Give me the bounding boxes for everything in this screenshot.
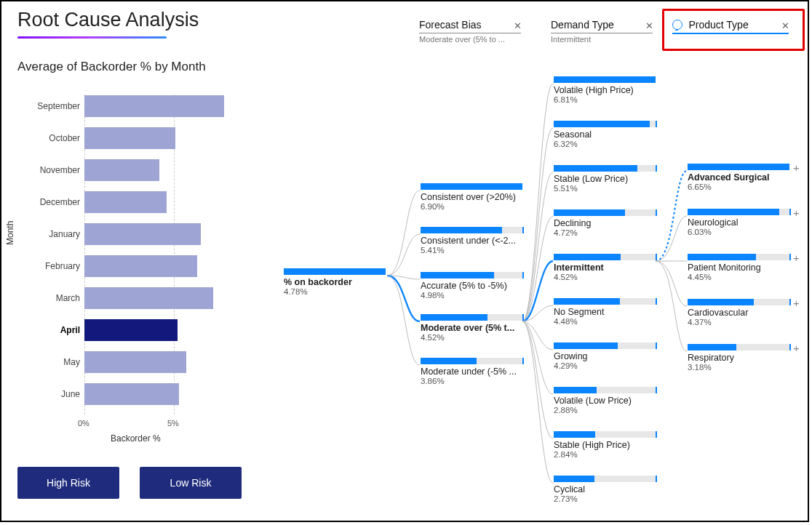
node-bar	[421, 227, 522, 233]
bar[interactable]	[84, 223, 201, 245]
xtick-5: 5%	[167, 419, 179, 428]
node-bar	[688, 209, 789, 215]
node-bar	[554, 254, 656, 260]
node-bar	[688, 254, 789, 260]
xtick-0: 0%	[78, 419, 89, 428]
bar[interactable]	[84, 95, 224, 117]
node-name: Growing	[554, 351, 656, 361]
month-label: March	[56, 293, 80, 303]
node-name: Stable (High Price)	[554, 440, 656, 450]
tree-node[interactable]: Stable (Low Price)5.51%	[554, 165, 656, 193]
node-name: Cyclical	[554, 484, 656, 494]
bar[interactable]	[84, 351, 186, 373]
node-bar	[554, 431, 656, 438]
tree-node[interactable]: Consistent under (<-2...5.41%	[421, 227, 522, 255]
month-label: December	[40, 197, 80, 207]
node-name: Moderate under (-5% ...	[421, 366, 522, 377]
month-label: May	[63, 357, 80, 367]
node-name: Seasonal	[554, 129, 656, 140]
tree-node[interactable]: Consistent over (>20%)6.90%	[421, 183, 522, 211]
node-name: Neurological	[688, 217, 789, 228]
node-bar	[284, 268, 386, 275]
tree-node[interactable]: Moderate under (-5% ...3.86%	[421, 358, 522, 385]
left-chart-title: Average of Backorder % by Month	[17, 60, 206, 74]
node-name: Advanced Surgical	[688, 172, 789, 183]
node-bar	[554, 298, 656, 305]
node-pct: 5.51%	[554, 184, 656, 193]
tree-view: % on backorder4.78%Consistent over (>20%…	[278, 1, 808, 522]
tree-node[interactable]: Volatile (Low Price)2.88%	[554, 387, 656, 414]
bar[interactable]	[84, 191, 167, 213]
tree-node[interactable]: Patient Monitoring4.45%	[688, 254, 789, 281]
node-bar	[554, 121, 656, 127]
low-risk-button[interactable]: Low Risk	[140, 467, 242, 499]
node-bar	[688, 164, 789, 170]
node-name: Declining	[554, 218, 656, 228]
node-pct: 6.03%	[688, 228, 789, 236]
node-name: Respiratory	[688, 353, 789, 363]
bar[interactable]	[84, 127, 175, 149]
bar[interactable]	[84, 255, 197, 277]
tree-node[interactable]: Cyclical2.73%	[554, 476, 656, 503]
tree-node[interactable]: Advanced Surgical6.65%	[688, 164, 789, 191]
bar[interactable]	[84, 319, 178, 341]
expand-icon[interactable]: +	[793, 207, 800, 219]
node-pct: 2.84%	[554, 450, 656, 459]
bar[interactable]	[84, 383, 179, 405]
node-pct: 6.90%	[421, 202, 522, 211]
node-bar	[554, 76, 656, 83]
bar[interactable]	[84, 287, 213, 309]
node-name: Volatile (Low Price)	[554, 396, 656, 406]
node-name: No Segment	[554, 307, 656, 317]
node-bar	[421, 358, 522, 364]
tree-node[interactable]: No Segment4.48%	[554, 298, 656, 326]
bar-chart: SeptemberOctoberNovemberDecemberJanuaryF…	[17, 92, 236, 420]
expand-icon[interactable]: +	[793, 252, 800, 264]
tree-node[interactable]: % on backorder4.78%	[284, 268, 386, 296]
page-title: Root Cause Analysis	[17, 9, 199, 31]
node-name: Volatile (High Price)	[554, 85, 656, 95]
y-axis-label: Month	[5, 221, 15, 245]
month-label: June	[61, 389, 80, 399]
node-pct: 2.73%	[554, 494, 656, 503]
node-bar	[688, 299, 789, 305]
bar[interactable]	[84, 159, 159, 181]
tree-node[interactable]: Seasonal6.32%	[554, 121, 656, 148]
node-pct: 6.32%	[554, 140, 656, 148]
tree-node[interactable]: Stable (High Price)2.84%	[554, 431, 656, 459]
month-label: November	[40, 165, 80, 175]
node-pct: 4.48%	[554, 317, 656, 326]
node-name: Stable (Low Price)	[554, 174, 656, 184]
node-pct: 4.98%	[421, 291, 522, 300]
tree-node[interactable]: Accurate (5% to -5%)4.98%	[421, 272, 522, 300]
node-pct: 4.52%	[421, 333, 522, 342]
month-label: January	[49, 229, 80, 239]
node-name: Patient Monitoring	[688, 262, 789, 273]
node-bar	[554, 476, 656, 482]
month-label: September	[37, 101, 80, 111]
expand-icon[interactable]: +	[793, 297, 800, 309]
node-pct: 2.88%	[554, 406, 656, 414]
tree-node[interactable]: Respiratory3.18%	[688, 344, 789, 372]
tree-node[interactable]: Growing4.29%	[554, 342, 656, 370]
tree-node[interactable]: Moderate over (5% t...4.52%	[421, 314, 522, 342]
node-pct: 3.18%	[688, 363, 789, 372]
node-pct: 6.65%	[688, 183, 789, 191]
node-name: Moderate over (5% t...	[421, 323, 522, 333]
node-pct: 5.41%	[421, 246, 522, 255]
node-bar	[421, 183, 522, 190]
tree-node[interactable]: Intermittent4.52%	[554, 254, 656, 281]
tree-node[interactable]: Cardiovascular4.37%	[688, 299, 789, 326]
tree-node[interactable]: Volatile (High Price)6.81%	[554, 76, 656, 104]
tree-node[interactable]: Declining4.72%	[554, 209, 656, 237]
x-axis-label: Backorder %	[111, 433, 161, 444]
high-risk-button[interactable]: High Risk	[17, 467, 119, 499]
expand-icon[interactable]: +	[793, 342, 800, 354]
node-name: Accurate (5% to -5%)	[421, 281, 522, 291]
month-label: February	[45, 261, 80, 271]
expand-icon[interactable]: +	[793, 161, 800, 174]
node-bar	[421, 272, 522, 278]
title-underline	[17, 36, 167, 39]
node-pct: 4.78%	[284, 287, 386, 296]
tree-node[interactable]: Neurological6.03%	[688, 209, 789, 236]
